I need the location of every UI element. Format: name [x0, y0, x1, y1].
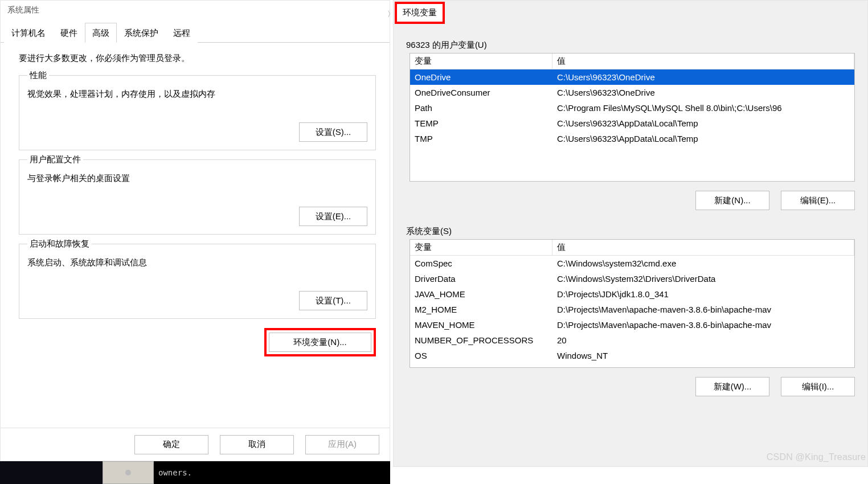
table-row[interactable]: PathC:\Program Files\MySQL\MySQL Shell 8… — [410, 100, 854, 116]
user-profiles-label: 用户配置文件 — [27, 154, 83, 165]
cell-variable: JAVA_HOME — [410, 288, 552, 300]
cell-variable: ComSpec — [410, 257, 552, 269]
user-new-button[interactable]: 新建(N)... — [695, 191, 769, 210]
performance-desc: 视觉效果，处理器计划，内存使用，以及虚拟内存 — [27, 89, 367, 100]
cell-value: 20 — [552, 334, 854, 346]
performance-group: 性能 视觉效果，处理器计划，内存使用，以及虚拟内存 设置(S)... — [19, 75, 376, 150]
col-header-value[interactable]: 值 — [552, 54, 854, 69]
performance-label: 性能 — [27, 70, 49, 81]
cell-value: C:\Users\96323\AppData\Local\Temp — [552, 133, 854, 145]
cell-value: D:\Projects\Maven\apache-maven-3.8.6-bin… — [552, 303, 854, 315]
table-row[interactable]: DriverDataC:\Windows\System32\Drivers\Dr… — [410, 271, 854, 286]
system-properties-dialog: 系统属性 计算机名 硬件 高级 系统保护 远程 要进行大多数更改，你必须作为管理… — [0, 0, 390, 461]
cell-variable: NUMBER_OF_PROCESSORS — [410, 334, 552, 346]
performance-settings-button[interactable]: 设置(S)... — [299, 122, 367, 142]
cancel-button[interactable]: 取消 — [220, 435, 294, 454]
user-vars-section-label: 96323 的用户变量(U) — [406, 40, 867, 51]
table-row[interactable]: OSWindows_NT — [410, 348, 854, 363]
system-vars-header: 变量 值 — [410, 240, 854, 256]
col-header-value[interactable]: 值 — [552, 240, 854, 255]
tab-remote[interactable]: 远程 — [166, 23, 198, 43]
taskbar-tab-dot — [125, 470, 131, 475]
cell-value: C:\Users\96323\OneDrive — [552, 71, 854, 83]
user-profiles-desc: 与登录帐户相关的桌面设置 — [27, 173, 367, 184]
env-vars-highlight: 环境变量(N)... — [264, 328, 376, 356]
table-row[interactable]: ComSpecC:\Windows\system32\cmd.exe — [410, 256, 854, 271]
apply-button: 应用(A) — [305, 435, 379, 454]
tab-hardware[interactable]: 硬件 — [53, 23, 85, 43]
cell-variable: M2_HOME — [410, 303, 552, 315]
environment-variables-button[interactable]: 环境变量(N)... — [269, 333, 371, 352]
col-header-variable[interactable]: 变量 — [410, 240, 552, 255]
user-profiles-settings-button[interactable]: 设置(E)... — [299, 207, 367, 226]
cell-variable: MAVEN_HOME — [410, 319, 552, 331]
cell-variable: OS — [410, 350, 552, 362]
table-row[interactable]: TMPC:\Users\96323\AppData\Local\Temp — [410, 131, 854, 146]
table-row[interactable]: JAVA_HOMED:\Projects\JDK\jdk1.8.0_341 — [410, 286, 854, 302]
system-edit-button[interactable]: 编辑(I)... — [781, 377, 855, 396]
cell-value: D:\Projects\Maven\apache-maven-3.8.6-bin… — [552, 319, 854, 331]
cell-variable: TEMP — [410, 117, 552, 129]
user-edit-button[interactable]: 编辑(E)... — [781, 191, 855, 210]
user-profiles-group: 用户配置文件 与登录帐户相关的桌面设置 设置(E)... — [19, 159, 376, 235]
env-dialog-title-highlight: 环境变量 — [395, 2, 445, 24]
cell-value: Windows_NT — [552, 350, 854, 362]
cell-variable: TMP — [410, 133, 552, 145]
table-row[interactable]: M2_HOMED:\Projects\Maven\apache-maven-3.… — [410, 302, 854, 317]
taskbar-dark-segment — [0, 461, 103, 484]
env-dialog-title: 环境变量 — [403, 7, 437, 17]
startup-recovery-desc: 系统启动、系统故障和调试信息 — [27, 257, 367, 268]
col-header-variable[interactable]: 变量 — [410, 54, 552, 69]
tab-bar: 计算机名 硬件 高级 系统保护 远程 — [1, 22, 390, 43]
cell-value: C:\Windows\system32\cmd.exe — [552, 257, 854, 269]
cell-value: D:\Projects\JDK\jdk1.8.0_341 — [552, 288, 854, 300]
tab-advanced[interactable]: 高级 — [85, 23, 117, 43]
cell-variable: DriverData — [410, 273, 552, 285]
cell-variable: Path — [410, 365, 552, 368]
cell-value: C:\Program Files\MySQL\MySQL Shell 8.0\b… — [552, 102, 854, 114]
startup-recovery-settings-button[interactable]: 设置(T)... — [299, 291, 367, 310]
table-row[interactable]: TEMPC:\Users\96323\AppData\Local\Temp — [410, 116, 854, 131]
startup-recovery-group: 启动和故障恢复 系统启动、系统故障和调试信息 设置(T)... — [19, 244, 376, 319]
dialog-title: 系统属性 — [1, 1, 390, 22]
table-row[interactable]: PathC:\Program Files (x86)\Common Files\… — [410, 363, 854, 368]
taskbar-fragment: owners. — [0, 461, 390, 484]
tab-system-protection[interactable]: 系统保护 — [117, 23, 166, 43]
cell-value: C:\Users\96323\OneDrive — [552, 87, 854, 99]
terminal-snippet: owners. — [154, 461, 390, 484]
dialog-footer: 确定 取消 应用(A) — [1, 428, 390, 461]
cell-variable: OneDrive — [410, 71, 552, 83]
user-vars-listview[interactable]: 变量 值 OneDriveC:\Users\96323\OneDriveOneD… — [410, 53, 855, 182]
admin-instruction: 要进行大多数更改，你必须作为管理员登录。 — [19, 53, 376, 64]
cell-value: C:\Users\96323\AppData\Local\Temp — [552, 117, 854, 129]
ok-button[interactable]: 确定 — [134, 435, 208, 454]
system-vars-buttons: 新建(W)... 编辑(I)... — [394, 377, 855, 396]
watermark: CSDN @King_Treasure — [767, 452, 866, 462]
user-vars-header: 变量 值 — [410, 54, 854, 69]
table-row[interactable]: MAVEN_HOMED:\Projects\Maven\apache-maven… — [410, 317, 854, 333]
user-vars-buttons: 新建(N)... 编辑(E)... — [394, 191, 855, 210]
table-row[interactable]: OneDriveC:\Users\96323\OneDrive — [410, 69, 854, 85]
tab-computer-name[interactable]: 计算机名 — [4, 23, 53, 43]
advanced-tab-body: 要进行大多数更改，你必须作为管理员登录。 性能 视觉效果，处理器计划，内存使用，… — [1, 43, 390, 362]
cell-variable: Path — [410, 102, 552, 114]
cell-variable: OneDriveConsumer — [410, 87, 552, 99]
cell-value: C:\Program Files (x86)\Common Files\Orac… — [552, 365, 854, 368]
cell-value: C:\Windows\System32\Drivers\DriverData — [552, 273, 854, 285]
table-row[interactable]: OneDriveConsumerC:\Users\96323\OneDrive — [410, 85, 854, 100]
startup-recovery-label: 启动和故障恢复 — [27, 239, 92, 249]
table-row[interactable]: NUMBER_OF_PROCESSORS20 — [410, 333, 854, 348]
system-vars-section-label: 系统变量(S) — [406, 226, 867, 237]
system-new-button[interactable]: 新建(W)... — [695, 377, 769, 396]
environment-variables-dialog: 环境变量 96323 的用户变量(U) 变量 值 OneDriveC:\User… — [393, 0, 868, 467]
system-vars-listview[interactable]: 变量 值 ComSpecC:\Windows\system32\cmd.exeD… — [410, 239, 855, 368]
taskbar-tab[interactable] — [103, 461, 154, 484]
